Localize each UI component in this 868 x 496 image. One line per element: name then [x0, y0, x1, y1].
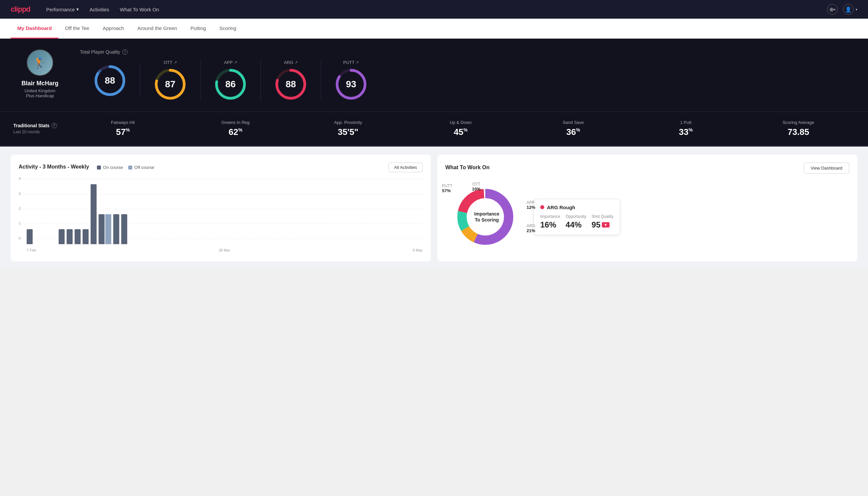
- tab-off-the-tee[interactable]: Off the Tee: [58, 19, 96, 38]
- stat-sand-save-label: Sand Save: [517, 120, 630, 125]
- player-country: United Kingdom: [25, 88, 56, 93]
- user-avatar-icon: 👤: [843, 4, 854, 15]
- putt-score-value: 93: [346, 79, 356, 90]
- tpq-label: Total Player Quality ?: [80, 49, 855, 55]
- stat-up-down-value: 45%: [404, 127, 517, 137]
- bar-on-10: [99, 214, 105, 244]
- legend-on-course: On course: [97, 165, 123, 170]
- importance-card: ARG Rough Importance 16% Opportunity 44%…: [533, 199, 620, 235]
- scores-row: 88 OTT ↗ 87 APP: [80, 60, 855, 101]
- bar-on-6: [67, 229, 73, 244]
- bar-group-5: [59, 229, 65, 244]
- chevron-down-icon: ▾: [76, 6, 79, 12]
- tab-scoring[interactable]: Scoring: [212, 19, 243, 38]
- metric-shot-quality: Shot Quality 95 ▼: [591, 214, 613, 230]
- tab-my-dashboard[interactable]: My Dashboard: [11, 19, 58, 38]
- stat-greens-value: 62%: [179, 127, 292, 137]
- donut-label-arg: ARG 21%: [526, 223, 535, 233]
- stats-help-icon[interactable]: ?: [52, 123, 57, 128]
- donut-wrapper: Importance To Scoring OTT 10% PUTT 57% A…: [445, 180, 525, 253]
- work-on-title: What To Work On: [445, 165, 490, 171]
- stat-fairways-hit-value: 57%: [67, 127, 179, 137]
- arg-arrow-icon: ↗: [295, 60, 298, 65]
- stat-1-putt: 1 Putt 33%: [630, 120, 742, 137]
- bar-on-5: [59, 229, 65, 244]
- nav-what-to-work-on[interactable]: What To Work On: [120, 1, 159, 18]
- score-main: 88: [80, 64, 140, 97]
- user-menu[interactable]: 👤 ▾: [843, 4, 857, 15]
- app-score-value: 86: [225, 79, 236, 90]
- add-button[interactable]: ⊕ ▾: [827, 4, 838, 15]
- bar-on-7: [75, 229, 81, 244]
- nav-activities[interactable]: Activities: [90, 1, 109, 18]
- putt-arrow-icon: ↗: [356, 60, 359, 65]
- stat-greens-in-reg: Greens In Reg 62%: [179, 120, 292, 137]
- donut-center: Importance To Scoring: [474, 211, 499, 223]
- bars-container: [27, 179, 423, 244]
- score-app: APP ↗ 86: [201, 60, 261, 101]
- tab-putting[interactable]: Putting: [184, 19, 213, 38]
- activity-chart: 0 1 2 3 4: [19, 179, 423, 252]
- stat-up-down: Up & Down 45%: [404, 120, 517, 137]
- bar-on-9: [91, 184, 97, 244]
- arg-score-value: 88: [285, 79, 296, 90]
- stats-sublabel: Last 20 rounds: [13, 129, 67, 134]
- stat-sand-save-value: 36%: [517, 127, 630, 137]
- ott-label: OTT ↗: [164, 60, 177, 65]
- avatar: 🏌️: [27, 49, 53, 76]
- x-label-2: 28 Mar: [219, 248, 230, 252]
- stats-label-section: Traditional Stats ? Last 20 rounds: [13, 123, 67, 134]
- bar-group-7: [75, 229, 81, 244]
- stat-app-proximity: App. Proximity 35'5": [292, 120, 404, 137]
- arg-label: ARG ↗: [284, 60, 297, 65]
- stat-up-down-label: Up & Down: [404, 120, 517, 125]
- metric-opportunity: Opportunity 44%: [566, 214, 586, 230]
- ott-circle: 87: [154, 68, 187, 101]
- stat-fairways-hit: Fairways Hit 57%: [67, 120, 179, 137]
- donut-panel: Importance To Scoring OTT 10% PUTT 57% A…: [445, 180, 849, 253]
- stat-scoring-avg: Scoring Average 73.85: [742, 120, 855, 137]
- metric-importance-value: 16%: [540, 220, 560, 230]
- bar-on-11: [113, 214, 119, 244]
- player-handicap: Plus Handicap: [26, 93, 54, 98]
- tabs-bar: My Dashboard Off the Tee Approach Around…: [0, 19, 868, 38]
- bar-group-10: [99, 214, 111, 244]
- nav-performance[interactable]: Performance ▾: [46, 0, 79, 18]
- donut-label-app: APP 12%: [526, 200, 535, 210]
- bar-on-8: [83, 229, 89, 244]
- bar-group-1: [27, 229, 33, 244]
- ott-arrow-icon: ↗: [174, 60, 177, 65]
- stat-app-proximity-label: App. Proximity: [292, 120, 404, 125]
- metric-shot-quality-value: 95 ▼: [591, 220, 613, 230]
- bar-group-6: [67, 229, 73, 244]
- x-label-1: 7 Feb: [27, 248, 36, 252]
- all-activities-button[interactable]: All Activities: [388, 162, 423, 172]
- bar-on-12: [121, 214, 127, 244]
- metric-importance: Importance 16%: [540, 214, 560, 230]
- arg-circle: 88: [274, 68, 307, 101]
- off-course-dot: [128, 166, 132, 170]
- player-info: 🏌️ Blair McHarg United Kingdom Plus Hand…: [13, 49, 67, 98]
- view-dashboard-button[interactable]: View Dashboard: [804, 162, 849, 173]
- chevron-down-icon: ▾: [834, 7, 835, 11]
- score-ott: OTT ↗ 87: [140, 60, 201, 101]
- bar-group-9: [91, 184, 97, 244]
- hero-section: 🏌️ Blair McHarg United Kingdom Plus Hand…: [0, 38, 868, 112]
- bar-group-12: [121, 214, 127, 244]
- activity-chart-title: Activity - 3 Months - Weekly: [19, 164, 89, 170]
- stat-fairways-hit-label: Fairways Hit: [67, 120, 179, 125]
- metric-opportunity-value: 44%: [566, 220, 586, 230]
- stat-scoring-avg-value: 73.85: [742, 127, 855, 137]
- tab-around-the-green[interactable]: Around the Green: [130, 19, 184, 38]
- on-course-dot: [97, 166, 101, 170]
- app-label: APP ↗: [224, 60, 237, 65]
- activity-panel: Activity - 3 Months - Weekly On course O…: [11, 155, 431, 262]
- tpq-help-icon[interactable]: ?: [122, 49, 128, 55]
- app-arrow-icon: ↗: [234, 60, 237, 65]
- activity-legend: On course Off course: [97, 165, 154, 170]
- top-nav: clippd Performance ▾ Activities What To …: [0, 0, 868, 19]
- importance-dot: [540, 205, 544, 209]
- tab-approach[interactable]: Approach: [96, 19, 130, 38]
- stats-label: Traditional Stats ?: [13, 123, 67, 128]
- legend-off-course: Off course: [128, 165, 154, 170]
